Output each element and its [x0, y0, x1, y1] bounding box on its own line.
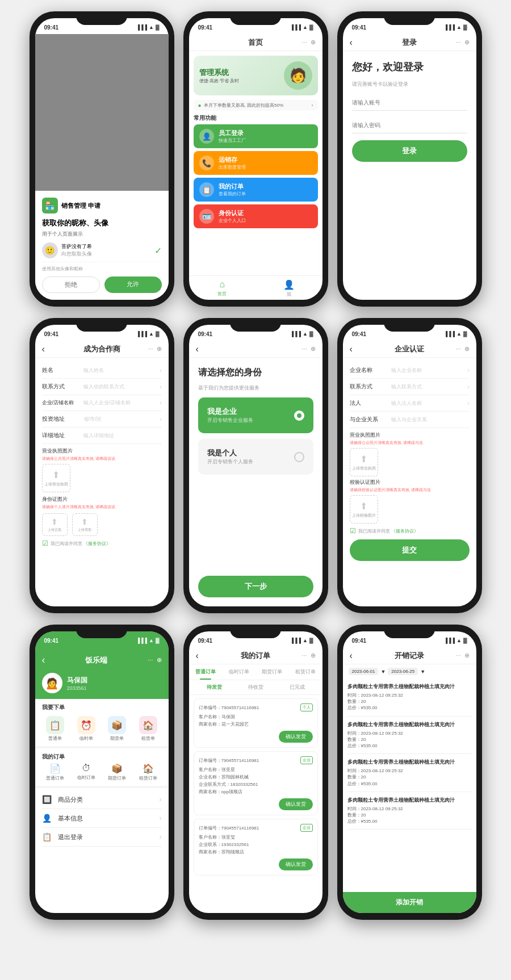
identity-nav: ‹ ··· ⊕ — [189, 341, 322, 358]
more-icon-8[interactable]: ··· — [301, 652, 307, 659]
back-icon-6[interactable]: ‹ — [350, 344, 353, 354]
add-record-button[interactable]: 添加开销 — [343, 892, 476, 913]
icon-temp-label: 临时单 — [79, 735, 93, 742]
bottom-nav-home[interactable]: ⌂ 首页 — [189, 279, 256, 298]
menu-item-logout[interactable]: 📋 退出登录 › — [42, 828, 162, 847]
target-icon-3[interactable]: ⊕ — [464, 39, 470, 46]
back-icon-8[interactable]: ‹ — [196, 651, 199, 661]
order-card-1: 订单编号：790455714116981 企业 客户名称：张亚星 企业名称：苏翔… — [194, 751, 318, 815]
confirm-ship-btn-0[interactable]: 确认发货 — [279, 731, 313, 743]
bottom-nav-me[interactable]: 👤 我 — [256, 279, 322, 298]
more-icon[interactable]: ··· — [301, 39, 307, 46]
password-input[interactable] — [352, 118, 467, 133]
more-icon-6[interactable]: ··· — [455, 345, 460, 353]
func-item-1[interactable]: 📞 远销存 出库密度管理 — [194, 151, 318, 175]
personal-name: 我是个人 — [207, 448, 288, 458]
more-icon-9[interactable]: ··· — [455, 652, 460, 659]
time-1: 09:41 — [44, 24, 59, 31]
license-upload-box[interactable]: ⬆ 上传营业执照 — [42, 464, 70, 492]
func-item-3[interactable]: 🪪 身份认证 企业个人入口 — [194, 204, 318, 228]
next-button[interactable]: 下一步 — [198, 576, 313, 597]
subtab-done[interactable]: 已完成 — [277, 680, 318, 694]
news-bar[interactable]: ● 本月下单数量又新高, 因此折扣提高50% › — [194, 100, 318, 111]
battery-icon-9: ▓ — [463, 638, 467, 643]
perm-note: 使用其他头像和昵称 — [42, 266, 162, 272]
order-action-2: 确认发货 — [199, 856, 313, 870]
date-from[interactable]: 2023-06-01 — [349, 668, 379, 675]
icon-lease-order[interactable]: 🏠 租赁单 — [139, 716, 157, 742]
shop-back-icon[interactable]: ‹ — [42, 654, 45, 666]
func-item-2[interactable]: 📋 我的订单 查看我的订单 — [194, 178, 318, 202]
news-icon: ● — [198, 102, 202, 108]
tab-normal[interactable]: 📄 普通订单 — [46, 763, 64, 781]
cert-upload-icon: ⬆ — [360, 454, 367, 464]
wifi-icon-7: ▲ — [149, 638, 154, 643]
orders-title: 我的订单 — [241, 651, 270, 661]
submit-button[interactable]: 提交 — [350, 539, 470, 561]
home-banner: 管理系统 便捷·高效·节省·及时 🧑 — [194, 56, 318, 95]
confirm-ship-btn-2[interactable]: 确认发货 — [279, 858, 313, 870]
target-icon[interactable]: ⊕ — [311, 39, 316, 46]
icon-temp-order[interactable]: ⏰ 临时单 — [77, 716, 95, 742]
cert-value-company: 输入企业名称 — [391, 367, 463, 374]
cert-agree-icon[interactable]: ☑ — [350, 527, 356, 535]
date-to[interactable]: 2023-06-25 — [388, 668, 418, 675]
subtab-pending-receive[interactable]: 待收货 — [235, 680, 277, 694]
cert-label-relation: 与企业关系 — [350, 416, 387, 424]
logout-icon: 📋 — [42, 832, 53, 841]
tab-icon-temp: ⏱ — [82, 763, 91, 773]
target-icon-8[interactable]: ⊕ — [311, 652, 316, 659]
menu-item-category[interactable]: 🔲 商品分类 › — [42, 790, 162, 809]
cert-arrow-company: › — [467, 367, 469, 374]
identity-personal[interactable]: 我是个人 开启专销售个人服务 — [198, 439, 313, 475]
more-icon-3[interactable]: ··· — [455, 39, 460, 46]
tab-temp[interactable]: ⏱ 临时订单 — [77, 763, 95, 781]
confirm-ship-btn-1[interactable]: 确认发货 — [279, 798, 313, 810]
record-item-0: 多肉颗粒土专用营养土植物配栽种植土填充肉汁 时间：2023-08-12 09:2… — [347, 679, 472, 717]
agree-link[interactable]: 《服务协议》 — [83, 541, 111, 546]
identity-enterprise[interactable]: 我是企业 开启专销售企业服务 — [198, 397, 313, 433]
id-back-box[interactable]: ⬆ 上传背面 — [72, 513, 98, 536]
func-desc-2: 查看我的订单 — [219, 191, 246, 197]
icon-futures-order[interactable]: 📦 期货单 — [108, 716, 126, 742]
back-icon[interactable]: ‹ — [350, 37, 353, 48]
target-icon-7[interactable]: ⊕ — [157, 656, 162, 664]
tab-lease-order[interactable]: 租赁订单 — [289, 664, 322, 680]
more-icon-7[interactable]: ··· — [148, 656, 153, 664]
id-front-box[interactable]: ⬆ 上传正面 — [42, 513, 68, 536]
order-type-0: 个人 — [300, 703, 313, 711]
login-button[interactable]: 登录 — [352, 140, 467, 162]
perm-item-sub: 向您取取头像 — [61, 250, 92, 258]
user-avatar: 🙍 — [42, 673, 62, 693]
icon-normal-order[interactable]: 📋 普通单 — [46, 716, 64, 742]
menu-item-info[interactable]: 👤 基本信息 › — [42, 809, 162, 828]
subtab-pending-ship[interactable]: 待发货 — [194, 680, 235, 694]
tab-temp-order[interactable]: 临时订单 — [222, 664, 256, 680]
orders-nav-right: ··· ⊕ — [301, 652, 315, 659]
func-item-0[interactable]: 👤 员工登录 快速员工工厂 — [194, 124, 318, 148]
cert-license-box[interactable]: ⬆ 上传营业执照 — [350, 448, 378, 476]
cert-agree-link[interactable]: 《服务协议》 — [391, 529, 418, 534]
order-card-2: 订单编号：790455714116981 企业 客户名称：张亚玺 企业联系：19… — [194, 819, 318, 876]
account-input[interactable] — [352, 95, 467, 111]
tab-futures[interactable]: 📦 期货订单 — [108, 763, 126, 781]
back-icon-9[interactable]: ‹ — [350, 651, 353, 661]
tab-lease[interactable]: 🏠 租赁订单 — [139, 763, 157, 781]
more-icon-4[interactable]: ··· — [148, 345, 153, 353]
tab-futures-order[interactable]: 期货订单 — [256, 664, 289, 680]
target-icon-4[interactable]: ⊕ — [157, 345, 162, 353]
order-no-2: 订单编号：790455714116981 — [199, 825, 259, 831]
target-icon-9[interactable]: ⊕ — [464, 652, 470, 659]
back-icon-5[interactable]: ‹ — [196, 344, 199, 354]
agree-check-icon[interactable]: ☑ — [42, 539, 48, 547]
back-icon-4[interactable]: ‹ — [42, 344, 45, 354]
target-icon-6[interactable]: ⊕ — [464, 345, 470, 353]
more-icon-5[interactable]: ··· — [301, 345, 307, 353]
allow-button[interactable]: 允许 — [104, 277, 162, 293]
record-item-2: 多肉颗粒土专用营养土植物配栽种植土填充肉汁 时间：2023-08-12 09:2… — [347, 754, 472, 792]
wifi-icon-6: ▲ — [456, 331, 462, 337]
target-icon-5[interactable]: ⊕ — [311, 345, 316, 353]
tab-normal-order[interactable]: 普通订单 — [189, 664, 223, 680]
cert-verify-box[interactable]: ⬆ 上传校验图片 — [350, 495, 378, 523]
reject-button[interactable]: 拒绝 — [42, 277, 100, 293]
